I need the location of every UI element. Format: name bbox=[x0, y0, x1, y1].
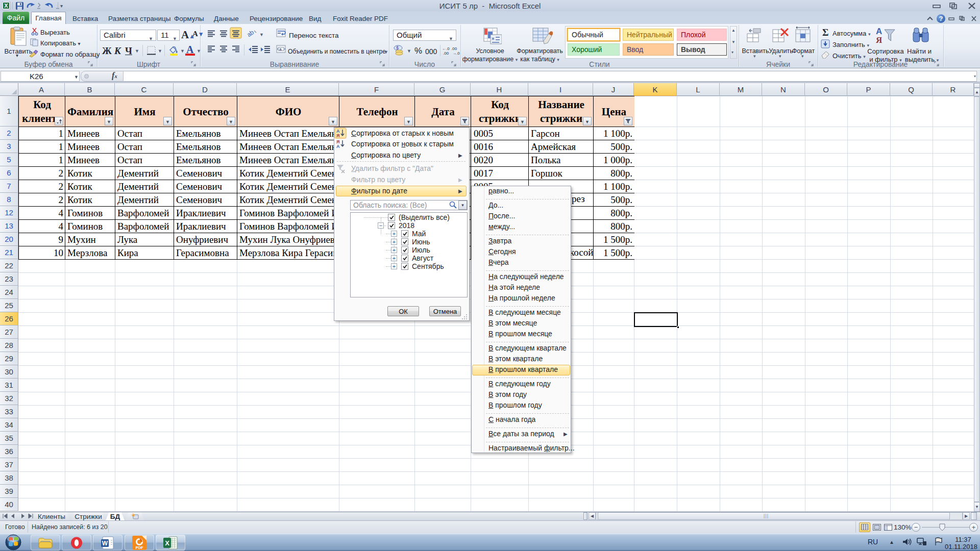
svg-text:a: a bbox=[279, 47, 282, 52]
svg-text:А: А bbox=[336, 144, 340, 148]
svg-text:←.0: ←.0 bbox=[442, 46, 450, 51]
svg-text:X: X bbox=[165, 539, 169, 547]
svg-text:Я: Я bbox=[876, 35, 882, 45]
svg-text:.00: .00 bbox=[451, 46, 457, 51]
svg-text:ab: ab bbox=[246, 29, 255, 38]
svg-text:$: $ bbox=[396, 45, 399, 51]
svg-text:Я: Я bbox=[336, 133, 339, 138]
svg-text:.00: .00 bbox=[443, 51, 449, 55]
svg-text:W: W bbox=[102, 540, 108, 547]
svg-text:PDF: PDF bbox=[136, 545, 143, 550]
